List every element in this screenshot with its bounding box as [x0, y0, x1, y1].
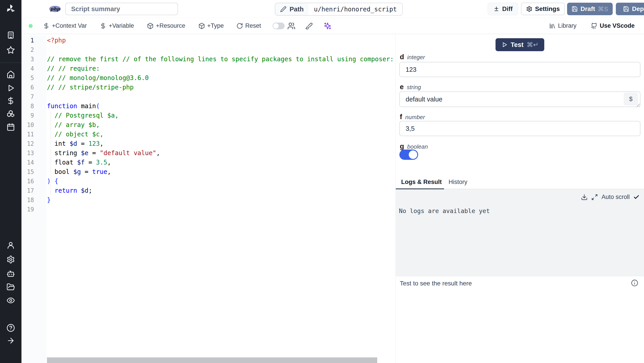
diff-button[interactable]: Diff — [488, 3, 518, 15]
library-button[interactable]: Library — [549, 22, 576, 29]
deploy-label: Deploy — [632, 5, 644, 12]
field-input-f[interactable] — [399, 121, 640, 136]
code-line[interactable]: // // monolog/monolog@3.6.0 — [47, 73, 395, 83]
draft-shortcut: ⌘S — [598, 5, 608, 13]
expand-icon[interactable] — [591, 194, 598, 201]
test-button[interactable]: Test ⌘↵ — [496, 38, 544, 51]
deploy-button[interactable]: Deploy — [616, 3, 644, 15]
check-icon[interactable] — [633, 194, 640, 200]
use-vscode-button[interactable]: Use VScode — [591, 22, 634, 29]
download-icon[interactable] — [581, 194, 588, 201]
code-line[interactable]: // remove the first // of the following … — [47, 54, 395, 64]
gear-icon — [526, 6, 532, 12]
result-viewer: Test to see the result here — [396, 276, 644, 363]
code-line[interactable]: } — [47, 195, 395, 205]
field-type: boolean — [407, 143, 428, 150]
code-line[interactable]: // // require: — [47, 64, 395, 73]
refresh-icon — [236, 22, 243, 29]
runner-panel: Test ⌘↵ d integer e string $ f number g … — [396, 34, 644, 363]
variables-dollar-icon[interactable] — [6, 97, 15, 105]
code-line[interactable] — [47, 205, 395, 214]
workspace-building-icon[interactable] — [6, 31, 15, 39]
info-icon[interactable] — [631, 279, 638, 287]
expand-sidebar-arrow-icon[interactable] — [6, 337, 15, 345]
code-line[interactable]: ) { — [47, 177, 395, 186]
field-label-f: f number — [400, 113, 425, 121]
field-name: d — [400, 53, 404, 61]
add-context-var-button[interactable]: +Context Var — [43, 22, 87, 29]
workers-robot-icon[interactable] — [6, 269, 15, 278]
code-line[interactable]: int $d = 123, — [47, 139, 395, 148]
code-line[interactable]: <?php — [47, 36, 395, 45]
draft-label: Draft — [580, 5, 595, 12]
settings-gear-icon[interactable] — [6, 255, 15, 264]
code-line[interactable]: // array $b, — [47, 120, 395, 130]
auto-scroll-label[interactable]: Auto scroll — [602, 194, 630, 201]
result-tabs: Logs & Result History — [396, 176, 644, 189]
help-icon[interactable] — [6, 324, 15, 332]
code-line[interactable]: // Postgresql $a, — [47, 111, 395, 120]
pencil-icon — [280, 6, 286, 12]
add-variable-button[interactable]: +Variable — [100, 22, 134, 29]
test-label: Test — [511, 41, 524, 48]
code-editor[interactable]: 12345678910111213141516171819 <?php// re… — [22, 34, 395, 363]
variable-picker-button[interactable]: $ — [624, 93, 638, 105]
app-root: php Path u/henri/honored_script Diff Set… — [0, 0, 644, 363]
line-number: 17 — [22, 186, 34, 195]
folders-icon[interactable] — [6, 283, 15, 291]
code-line[interactable]: // // stripe/stripe-php — [47, 83, 395, 92]
logs-controls: Auto scroll — [581, 194, 640, 201]
no-logs-text: No logs are available yet — [399, 207, 490, 214]
add-resource-button[interactable]: +Resource — [147, 22, 185, 29]
boolean-toggle[interactable] — [399, 150, 418, 160]
tab-history[interactable]: History — [448, 179, 467, 186]
code-line[interactable]: string $e = "default value", — [47, 148, 395, 158]
code-line[interactable] — [47, 45, 395, 54]
collab-toggle[interactable] — [272, 22, 285, 29]
tab-logs-result[interactable]: Logs & Result — [401, 179, 442, 186]
audit-eye-icon[interactable] — [6, 296, 15, 305]
draft-button[interactable]: Draft ⌘S — [567, 3, 613, 15]
field-type: number — [405, 114, 425, 121]
code-line[interactable]: float $f = 3.5, — [47, 158, 395, 167]
line-number: 10 — [22, 120, 34, 130]
runs-play-icon[interactable] — [6, 84, 15, 92]
diff-label: Diff — [502, 5, 513, 12]
windmill-logo[interactable] — [5, 3, 16, 15]
user-icon[interactable] — [6, 241, 15, 249]
resources-boxes-icon[interactable] — [6, 109, 15, 118]
line-number: 4 — [22, 64, 34, 73]
add-resource-label: +Resource — [156, 22, 185, 29]
code-lines[interactable]: <?php// remove the first // of the follo… — [47, 36, 395, 214]
ai-sparkles-icon[interactable] — [324, 22, 332, 30]
code-line[interactable]: // object $c, — [47, 130, 395, 139]
path-button[interactable]: Path u/henri/honored_script — [275, 3, 403, 16]
code-line[interactable]: return $d; — [47, 186, 395, 195]
script-summary-input[interactable] — [65, 3, 178, 15]
sidebar — [0, 0, 22, 363]
package-icon — [198, 22, 205, 29]
language-badge-php: php — [49, 6, 61, 12]
panel-divider[interactable] — [395, 34, 396, 363]
add-type-label: +Type — [207, 22, 224, 29]
field-input-e[interactable] — [399, 91, 640, 107]
horizontal-scrollbar[interactable] — [47, 358, 377, 363]
topbar: php Path u/henri/honored_script Diff Set… — [22, 0, 644, 18]
home-icon[interactable] — [6, 70, 15, 79]
settings-button[interactable]: Settings — [521, 3, 565, 15]
add-type-button[interactable]: +Type — [198, 22, 224, 29]
code-line[interactable]: bool $g = true, — [47, 167, 395, 177]
save-icon — [623, 6, 629, 12]
add-context-var-label: +Context Var — [52, 22, 87, 29]
schedules-calendar-icon[interactable] — [6, 123, 15, 131]
format-brush-icon[interactable] — [305, 22, 313, 30]
field-input-d[interactable] — [399, 62, 640, 77]
field-label-d: d integer — [400, 53, 425, 61]
favorites-star-icon[interactable] — [6, 46, 15, 54]
reset-button[interactable]: Reset — [236, 22, 261, 29]
users-icon[interactable] — [287, 22, 296, 30]
field-name: f — [400, 113, 402, 121]
code-line[interactable] — [47, 92, 395, 101]
library-icon — [549, 22, 556, 29]
code-line[interactable]: function main( — [47, 101, 395, 111]
